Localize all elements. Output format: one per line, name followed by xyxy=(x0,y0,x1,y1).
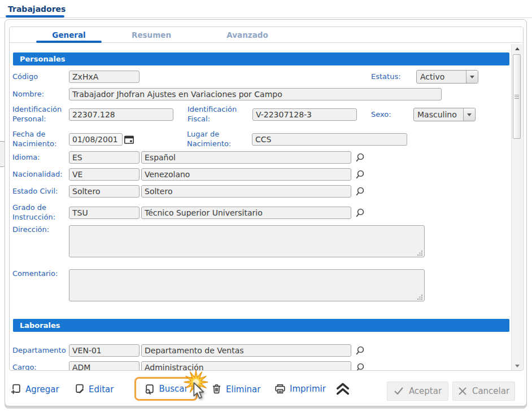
form-scroll-area: Personales Código ZxHxA Estatus: Activo … xyxy=(10,43,512,371)
scroll-up-button[interactable] xyxy=(512,44,522,53)
departamento-label: Departamento xyxy=(12,346,69,356)
section-header-personales: Personales xyxy=(13,52,509,65)
tab-strip-divider xyxy=(0,17,532,18)
resize-grip-icon[interactable] xyxy=(417,250,423,256)
sexo-value: Masculino xyxy=(414,108,463,121)
direccion-label: Dirección: xyxy=(12,225,69,235)
arrow-down-icon xyxy=(515,365,520,367)
grado-instruccion-label: Grado de Instrucción: xyxy=(12,203,69,222)
vertical-scrollbar[interactable] xyxy=(511,44,522,370)
direccion-textarea[interactable] xyxy=(69,225,425,257)
fecha-nacimiento-field[interactable]: 01/08/2001 xyxy=(69,133,123,146)
calendar-icon[interactable] xyxy=(124,134,134,145)
scrollbar-thumb[interactable] xyxy=(513,54,521,139)
nombre-field[interactable]: Trabajador Jhofran Ajustes en Variacione… xyxy=(69,88,442,100)
departamento-search-icon[interactable] xyxy=(355,345,365,356)
scroll-down-button[interactable] xyxy=(512,361,522,370)
idioma-desc-field[interactable]: Español xyxy=(141,151,351,164)
nombre-label: Nombre: xyxy=(12,90,69,99)
sexo-label: Sexo: xyxy=(371,110,411,120)
tab-resumen[interactable]: Resumen xyxy=(119,27,184,43)
double-chevron-up-icon xyxy=(334,382,351,396)
search-document-icon xyxy=(144,384,155,395)
departamento-code-field[interactable]: VEN-01 xyxy=(69,344,139,357)
eliminar-button[interactable]: Eliminar xyxy=(211,384,260,395)
add-document-icon xyxy=(11,384,21,395)
grado-instruccion-desc-field[interactable]: Técnico Superior Universitario xyxy=(141,207,351,219)
estado-civil-desc-field[interactable]: Soltero xyxy=(141,185,351,198)
estado-civil-search-icon[interactable] xyxy=(355,186,365,196)
estatus-value: Activo xyxy=(417,71,466,83)
app-tab-trabajadores[interactable]: Trabajadores xyxy=(8,5,66,14)
nacionalidad-search-icon[interactable] xyxy=(355,169,365,179)
codigo-field[interactable]: ZxHxA xyxy=(69,71,139,83)
lugar-nacimiento-label: Lugar de Nacimiento: xyxy=(187,130,249,149)
comentario-textarea[interactable] xyxy=(69,269,425,301)
grado-instruccion-search-icon[interactable] xyxy=(355,208,365,218)
codigo-label: Código xyxy=(12,72,69,82)
nacionalidad-desc-field[interactable]: Venezolano xyxy=(141,168,351,181)
tab-general[interactable]: General xyxy=(36,27,102,43)
agregar-button[interactable]: Agregar xyxy=(11,384,59,395)
cancelar-button[interactable]: Cancelar xyxy=(452,382,515,401)
sexo-dropdown[interactable]: Masculino xyxy=(413,108,476,121)
editar-button[interactable]: Editar xyxy=(74,384,114,395)
cargo-label: Cargo: xyxy=(12,363,69,371)
estado-civil-label: Estado Civil: xyxy=(12,187,69,196)
identificacion-personal-label: Identificación Personal: xyxy=(12,105,69,124)
idioma-code-field[interactable]: ES xyxy=(69,151,139,164)
detail-tab-strip: General Resumen Avanzado xyxy=(10,27,523,43)
identificacion-personal-field[interactable]: 22307.128 xyxy=(69,108,173,121)
check-icon xyxy=(394,387,404,396)
buscar-button[interactable]: Buscar xyxy=(134,377,198,401)
imprimir-button[interactable]: Imprimir xyxy=(274,383,326,395)
comentario-label: Comentario: xyxy=(12,269,69,279)
printer-icon xyxy=(274,383,286,395)
idioma-search-icon[interactable] xyxy=(355,152,365,163)
fecha-nacimiento-label: Fecha de Nacimiento: xyxy=(12,130,69,149)
section-header-laborales: Laborales xyxy=(13,319,509,332)
cargo-desc-field[interactable]: Administración xyxy=(141,361,351,371)
idioma-label: Idioma: xyxy=(12,153,69,163)
cargo-search-icon[interactable] xyxy=(355,362,365,371)
estatus-dropdown[interactable]: Activo xyxy=(416,70,478,84)
thumb-grip-icon xyxy=(514,95,519,95)
app-window: Trabajadores General Resumen Avanzado Pe… xyxy=(0,0,532,412)
grado-instruccion-code-field[interactable]: TSU xyxy=(69,207,139,219)
estatus-dropdown-button[interactable] xyxy=(466,71,478,83)
sexo-dropdown-button[interactable] xyxy=(463,108,475,121)
nacionalidad-label: Nacionalidad: xyxy=(12,170,69,179)
trabajadores-panel: General Resumen Avanzado Personales Códi… xyxy=(5,19,527,406)
x-icon xyxy=(458,387,467,396)
detail-panel: General Resumen Avanzado Personales Códi… xyxy=(9,27,524,371)
nacionalidad-code-field[interactable]: VE xyxy=(69,168,139,181)
estado-civil-code-field[interactable]: Soltero xyxy=(69,185,139,198)
lugar-nacimiento-field[interactable]: CCS xyxy=(252,133,407,146)
estatus-label: Estatus: xyxy=(371,72,413,82)
bottom-toolbar: Agregar Editar Buscar Eliminar Imprimir xyxy=(11,373,521,405)
departamento-desc-field[interactable]: Departamento de Ventas xyxy=(141,344,351,357)
chevron-down-icon xyxy=(467,113,472,116)
identificacion-fiscal-label: Identificación Fiscal: xyxy=(187,105,250,124)
identificacion-fiscal-field[interactable]: V-22307128-3 xyxy=(252,108,357,121)
tab-avanzado[interactable]: Avanzado xyxy=(215,27,280,43)
trash-icon xyxy=(211,384,222,395)
aceptar-button[interactable]: Aceptar xyxy=(387,382,448,401)
chevron-down-icon xyxy=(470,76,474,78)
cargo-code-field[interactable]: ADM xyxy=(69,361,139,371)
arrow-up-icon xyxy=(515,47,520,50)
edit-document-icon xyxy=(74,384,85,395)
resize-grip-icon[interactable] xyxy=(417,294,423,300)
collapse-toolbar-button[interactable] xyxy=(334,382,351,396)
